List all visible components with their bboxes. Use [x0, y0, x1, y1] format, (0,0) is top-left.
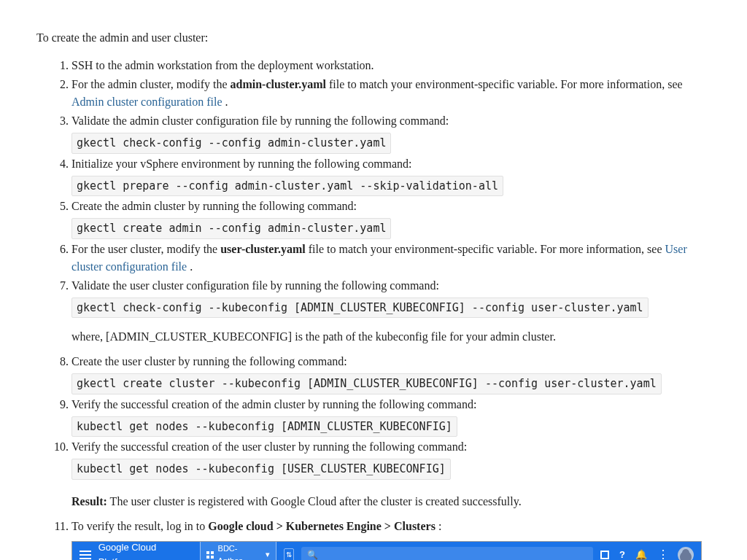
step-11-path: Google cloud > Kubernetes Engine > Clust… [208, 520, 436, 532]
step-7-cmd: gkectl check-config --kubeconfig [ADMIN_… [71, 298, 649, 319]
project-name: BDC-Anthos [218, 542, 262, 560]
step-2-file: admin-cluster.yaml [231, 78, 326, 90]
step-2-post: file to match your environment-specific … [326, 78, 683, 90]
step-5: Create the admin cluster by running the … [71, 198, 711, 239]
step-10-cmd: kubectl get nodes --kubeconfig [USER_CLU… [71, 459, 451, 480]
step-11-pre: To verify the result, log in to [71, 520, 208, 532]
step-6-dot: . [187, 260, 193, 273]
help-icon[interactable]: ? [619, 548, 625, 560]
step-2: For the admin cluster, modify the admin-… [71, 76, 711, 111]
gcp-topbar: Google Cloud Platform BDC-Anthos ▾ ⇅ 🔍 ?… [72, 542, 701, 561]
step-2-pre: For the admin cluster, modify the [71, 78, 231, 90]
step-10: Verify the successful creation of the us… [71, 438, 711, 510]
gcp-title: Google Cloud Platform [98, 541, 193, 561]
step-4: Initialize your vSphere environment by r… [71, 155, 711, 197]
cloud-shell-icon[interactable] [600, 551, 609, 559]
search-icon: 🔍 [307, 548, 318, 561]
result-text: The user cluster is registered with Goog… [107, 495, 522, 508]
step-8-text: Create the user cluster by running the f… [71, 355, 347, 368]
more-menu-icon[interactable]: ⋮ [657, 546, 667, 561]
search-input[interactable]: 🔍 [301, 547, 593, 561]
step-8: Create the user cluster by running the f… [71, 353, 711, 394]
step-3-text: Validate the admin cluster configuration… [71, 114, 449, 127]
swap-button[interactable]: ⇅ [284, 548, 294, 561]
step-7-text: Validate the user cluster configuration … [71, 279, 439, 292]
step-6-pre: For the user cluster, modify the [71, 243, 220, 255]
project-icon [206, 551, 214, 559]
step-2-dot: . [222, 96, 228, 108]
step-3: Validate the admin cluster configuration… [71, 112, 711, 154]
result-label: Result: [71, 495, 107, 508]
step-11: To verify the result, log in to Google c… [71, 518, 711, 561]
step-6-file: user-cluster.yaml [220, 243, 306, 255]
step-1: SSH to the admin workstation from the de… [71, 57, 711, 74]
step-7: Validate the user cluster configuration … [71, 277, 711, 346]
step-9-cmd: kubectl get nodes --kubeconfig [ADMIN_CL… [71, 416, 457, 438]
step-6: For the user cluster, modify the user-cl… [71, 241, 711, 276]
hamburger-icon[interactable] [80, 551, 91, 559]
step-3-cmd: gkectl check-config --config admin-clust… [71, 133, 391, 154]
step-4-text: Initialize your vSphere environment by r… [71, 158, 412, 170]
project-picker[interactable]: BDC-Anthos ▾ [200, 541, 276, 561]
step-4-cmd: gkectl prepare --config admin-cluster.ya… [71, 176, 503, 197]
step-8-cmd: gkectl create cluster --kubeconfig [ADMI… [71, 373, 662, 394]
notifications-icon[interactable]: 🔔 [635, 548, 647, 560]
step-7-where: where, [ADMIN_CLUSTER_KUBECONFIG] is the… [71, 328, 711, 346]
admin-config-link[interactable]: Admin cluster configuration file [71, 96, 222, 108]
step-10-text: Verify the successful creation of the us… [71, 440, 467, 453]
step-9-text: Verify the successful creation of the ad… [71, 398, 476, 411]
step-9: Verify the successful creation of the ad… [71, 396, 711, 438]
intro-text: To create the admin and user cluster: [36, 29, 711, 47]
step-1-text: SSH to the admin workstation from the de… [71, 59, 374, 71]
chevron-down-icon: ▾ [266, 548, 270, 560]
avatar-icon[interactable] [678, 547, 694, 561]
steps-list: SSH to the admin workstation from the de… [36, 57, 711, 560]
step-5-text: Create the admin cluster by running the … [71, 200, 357, 212]
step-5-cmd: gkectl create admin --config admin-clust… [71, 218, 391, 239]
gcp-screenshot: Google Cloud Platform BDC-Anthos ▾ ⇅ 🔍 ?… [71, 541, 702, 561]
step-10-result: Result: The user cluster is registered w… [71, 493, 711, 510]
step-11-colon: : [436, 520, 441, 532]
step-6-post: file to match your environment-specific … [306, 243, 665, 255]
